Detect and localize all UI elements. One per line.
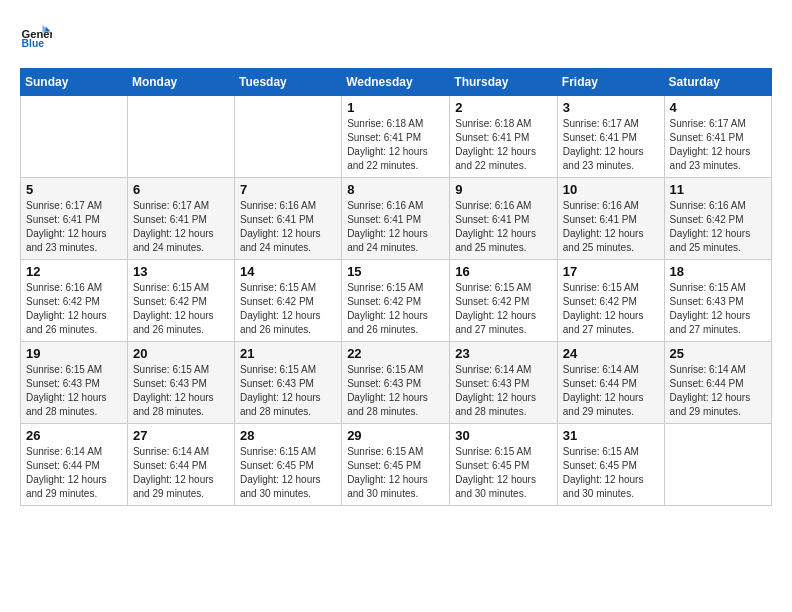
calendar-cell: 15Sunrise: 6:15 AM Sunset: 6:42 PM Dayli…	[342, 260, 450, 342]
cell-sun-info: Sunrise: 6:16 AM Sunset: 6:41 PM Dayligh…	[563, 199, 659, 255]
day-of-week-header: Thursday	[450, 69, 558, 96]
calendar-week-row: 12Sunrise: 6:16 AM Sunset: 6:42 PM Dayli…	[21, 260, 772, 342]
calendar-cell	[234, 96, 341, 178]
cell-sun-info: Sunrise: 6:15 AM Sunset: 6:43 PM Dayligh…	[133, 363, 229, 419]
day-number: 25	[670, 346, 766, 361]
cell-sun-info: Sunrise: 6:15 AM Sunset: 6:45 PM Dayligh…	[563, 445, 659, 501]
cell-sun-info: Sunrise: 6:15 AM Sunset: 6:42 PM Dayligh…	[347, 281, 444, 337]
day-number: 16	[455, 264, 552, 279]
day-number: 12	[26, 264, 122, 279]
cell-sun-info: Sunrise: 6:18 AM Sunset: 6:41 PM Dayligh…	[455, 117, 552, 173]
calendar-week-row: 1Sunrise: 6:18 AM Sunset: 6:41 PM Daylig…	[21, 96, 772, 178]
calendar-week-row: 26Sunrise: 6:14 AM Sunset: 6:44 PM Dayli…	[21, 424, 772, 506]
calendar-header-row: SundayMondayTuesdayWednesdayThursdayFrid…	[21, 69, 772, 96]
cell-sun-info: Sunrise: 6:15 AM Sunset: 6:45 PM Dayligh…	[455, 445, 552, 501]
calendar-cell: 16Sunrise: 6:15 AM Sunset: 6:42 PM Dayli…	[450, 260, 558, 342]
day-number: 3	[563, 100, 659, 115]
cell-sun-info: Sunrise: 6:15 AM Sunset: 6:42 PM Dayligh…	[563, 281, 659, 337]
cell-sun-info: Sunrise: 6:15 AM Sunset: 6:43 PM Dayligh…	[347, 363, 444, 419]
cell-sun-info: Sunrise: 6:17 AM Sunset: 6:41 PM Dayligh…	[133, 199, 229, 255]
calendar-cell: 6Sunrise: 6:17 AM Sunset: 6:41 PM Daylig…	[127, 178, 234, 260]
calendar-cell	[21, 96, 128, 178]
day-number: 14	[240, 264, 336, 279]
calendar-cell: 5Sunrise: 6:17 AM Sunset: 6:41 PM Daylig…	[21, 178, 128, 260]
day-number: 22	[347, 346, 444, 361]
day-number: 24	[563, 346, 659, 361]
cell-sun-info: Sunrise: 6:15 AM Sunset: 6:42 PM Dayligh…	[133, 281, 229, 337]
calendar-cell: 21Sunrise: 6:15 AM Sunset: 6:43 PM Dayli…	[234, 342, 341, 424]
day-number: 21	[240, 346, 336, 361]
calendar-cell: 28Sunrise: 6:15 AM Sunset: 6:45 PM Dayli…	[234, 424, 341, 506]
day-of-week-header: Monday	[127, 69, 234, 96]
cell-sun-info: Sunrise: 6:16 AM Sunset: 6:41 PM Dayligh…	[240, 199, 336, 255]
day-number: 23	[455, 346, 552, 361]
cell-sun-info: Sunrise: 6:14 AM Sunset: 6:44 PM Dayligh…	[670, 363, 766, 419]
day-of-week-header: Saturday	[664, 69, 771, 96]
calendar-cell: 27Sunrise: 6:14 AM Sunset: 6:44 PM Dayli…	[127, 424, 234, 506]
day-number: 17	[563, 264, 659, 279]
day-of-week-header: Tuesday	[234, 69, 341, 96]
cell-sun-info: Sunrise: 6:15 AM Sunset: 6:45 PM Dayligh…	[240, 445, 336, 501]
day-number: 2	[455, 100, 552, 115]
calendar-cell: 20Sunrise: 6:15 AM Sunset: 6:43 PM Dayli…	[127, 342, 234, 424]
calendar-cell: 10Sunrise: 6:16 AM Sunset: 6:41 PM Dayli…	[557, 178, 664, 260]
cell-sun-info: Sunrise: 6:14 AM Sunset: 6:43 PM Dayligh…	[455, 363, 552, 419]
calendar-cell: 14Sunrise: 6:15 AM Sunset: 6:42 PM Dayli…	[234, 260, 341, 342]
calendar-cell: 30Sunrise: 6:15 AM Sunset: 6:45 PM Dayli…	[450, 424, 558, 506]
cell-sun-info: Sunrise: 6:15 AM Sunset: 6:42 PM Dayligh…	[240, 281, 336, 337]
logo-icon: General Blue	[20, 20, 52, 52]
calendar-table: SundayMondayTuesdayWednesdayThursdayFrid…	[20, 68, 772, 506]
cell-sun-info: Sunrise: 6:15 AM Sunset: 6:45 PM Dayligh…	[347, 445, 444, 501]
calendar-cell: 4Sunrise: 6:17 AM Sunset: 6:41 PM Daylig…	[664, 96, 771, 178]
calendar-cell: 2Sunrise: 6:18 AM Sunset: 6:41 PM Daylig…	[450, 96, 558, 178]
calendar-cell: 19Sunrise: 6:15 AM Sunset: 6:43 PM Dayli…	[21, 342, 128, 424]
calendar-cell: 8Sunrise: 6:16 AM Sunset: 6:41 PM Daylig…	[342, 178, 450, 260]
calendar-cell: 29Sunrise: 6:15 AM Sunset: 6:45 PM Dayli…	[342, 424, 450, 506]
day-number: 31	[563, 428, 659, 443]
day-of-week-header: Friday	[557, 69, 664, 96]
calendar-cell: 7Sunrise: 6:16 AM Sunset: 6:41 PM Daylig…	[234, 178, 341, 260]
day-number: 19	[26, 346, 122, 361]
cell-sun-info: Sunrise: 6:14 AM Sunset: 6:44 PM Dayligh…	[133, 445, 229, 501]
day-number: 4	[670, 100, 766, 115]
day-number: 15	[347, 264, 444, 279]
day-number: 9	[455, 182, 552, 197]
svg-text:Blue: Blue	[22, 38, 45, 49]
day-of-week-header: Sunday	[21, 69, 128, 96]
calendar-cell: 17Sunrise: 6:15 AM Sunset: 6:42 PM Dayli…	[557, 260, 664, 342]
calendar-week-row: 19Sunrise: 6:15 AM Sunset: 6:43 PM Dayli…	[21, 342, 772, 424]
day-number: 28	[240, 428, 336, 443]
calendar-cell: 31Sunrise: 6:15 AM Sunset: 6:45 PM Dayli…	[557, 424, 664, 506]
day-number: 13	[133, 264, 229, 279]
calendar-cell: 23Sunrise: 6:14 AM Sunset: 6:43 PM Dayli…	[450, 342, 558, 424]
day-of-week-header: Wednesday	[342, 69, 450, 96]
calendar-cell: 22Sunrise: 6:15 AM Sunset: 6:43 PM Dayli…	[342, 342, 450, 424]
day-number: 10	[563, 182, 659, 197]
day-number: 20	[133, 346, 229, 361]
day-number: 18	[670, 264, 766, 279]
cell-sun-info: Sunrise: 6:16 AM Sunset: 6:41 PM Dayligh…	[347, 199, 444, 255]
cell-sun-info: Sunrise: 6:16 AM Sunset: 6:42 PM Dayligh…	[26, 281, 122, 337]
day-number: 30	[455, 428, 552, 443]
calendar-cell: 12Sunrise: 6:16 AM Sunset: 6:42 PM Dayli…	[21, 260, 128, 342]
cell-sun-info: Sunrise: 6:15 AM Sunset: 6:43 PM Dayligh…	[26, 363, 122, 419]
day-number: 6	[133, 182, 229, 197]
day-number: 29	[347, 428, 444, 443]
cell-sun-info: Sunrise: 6:15 AM Sunset: 6:42 PM Dayligh…	[455, 281, 552, 337]
calendar-cell: 18Sunrise: 6:15 AM Sunset: 6:43 PM Dayli…	[664, 260, 771, 342]
calendar-cell: 3Sunrise: 6:17 AM Sunset: 6:41 PM Daylig…	[557, 96, 664, 178]
calendar-cell: 24Sunrise: 6:14 AM Sunset: 6:44 PM Dayli…	[557, 342, 664, 424]
calendar-cell	[127, 96, 234, 178]
page-header: General Blue	[20, 20, 772, 52]
cell-sun-info: Sunrise: 6:17 AM Sunset: 6:41 PM Dayligh…	[670, 117, 766, 173]
calendar-cell: 11Sunrise: 6:16 AM Sunset: 6:42 PM Dayli…	[664, 178, 771, 260]
calendar-week-row: 5Sunrise: 6:17 AM Sunset: 6:41 PM Daylig…	[21, 178, 772, 260]
cell-sun-info: Sunrise: 6:16 AM Sunset: 6:42 PM Dayligh…	[670, 199, 766, 255]
cell-sun-info: Sunrise: 6:18 AM Sunset: 6:41 PM Dayligh…	[347, 117, 444, 173]
calendar-cell: 26Sunrise: 6:14 AM Sunset: 6:44 PM Dayli…	[21, 424, 128, 506]
cell-sun-info: Sunrise: 6:17 AM Sunset: 6:41 PM Dayligh…	[26, 199, 122, 255]
logo: General Blue	[20, 20, 56, 52]
cell-sun-info: Sunrise: 6:16 AM Sunset: 6:41 PM Dayligh…	[455, 199, 552, 255]
calendar-cell: 25Sunrise: 6:14 AM Sunset: 6:44 PM Dayli…	[664, 342, 771, 424]
cell-sun-info: Sunrise: 6:14 AM Sunset: 6:44 PM Dayligh…	[26, 445, 122, 501]
